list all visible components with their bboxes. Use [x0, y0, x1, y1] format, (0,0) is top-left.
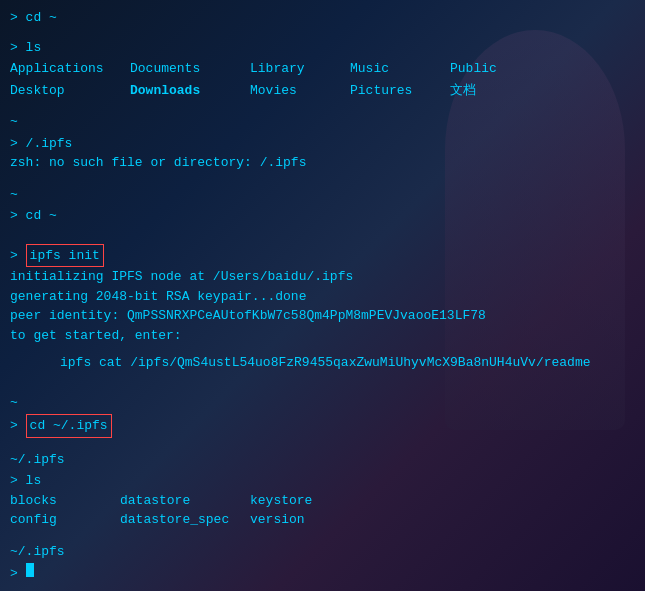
spacer	[10, 375, 635, 383]
dir-music: Music	[350, 59, 450, 79]
prompt: >	[10, 471, 26, 491]
section-cd-home: > cd ~	[10, 8, 635, 28]
section-ls: > ls Applications Documents Library Musi…	[10, 38, 635, 101]
prompt-final: >	[10, 564, 26, 584]
spacer	[10, 236, 635, 244]
tilde-ipfs-2: ~/.ipfs	[10, 542, 635, 562]
cmd-line: > cd ~	[10, 8, 635, 28]
ipfs-ls-row2: config datastore_spec version	[10, 510, 635, 530]
cmd-line-cd-ipfs: > cd ~/.ipfs	[10, 414, 635, 438]
cmd-line-ls: > ls	[10, 38, 635, 58]
section-cd-ipfs: > cd ~/.ipfs	[10, 414, 635, 438]
dir-datastore-spec: datastore_spec	[120, 510, 250, 530]
tilde-1: ~	[10, 112, 635, 132]
dir-movies: Movies	[250, 81, 350, 101]
dir-documents: Documents	[130, 59, 250, 79]
cmd-line-ipfs-init: > ipfs init	[10, 244, 635, 268]
section-ipfs-fail: > /.ipfs zsh: no such file or directory:…	[10, 134, 635, 173]
prompt: >	[10, 246, 26, 266]
output-no-such-file: zsh: no such file or directory: /.ipfs	[10, 153, 635, 173]
spacer	[10, 30, 635, 38]
dir-listing-row2: Desktop Downloads Movies Pictures 文档	[10, 81, 635, 101]
prompt: >	[10, 416, 26, 436]
tilde-3: ~	[10, 393, 635, 413]
spacer	[10, 532, 635, 540]
cmd-line-cd2: > cd ~	[10, 206, 635, 226]
cursor	[26, 563, 34, 577]
command-cd-home: cd ~	[26, 8, 57, 28]
command-cd-home2: cd ~	[26, 206, 57, 226]
prompt: >	[10, 8, 26, 28]
cmd-line-ls-ipfs: > ls	[10, 471, 635, 491]
prompt: >	[10, 206, 26, 226]
spacer	[10, 345, 635, 353]
command-ls: ls	[26, 38, 42, 58]
dir-config: config	[10, 510, 120, 530]
dir-downloads: Downloads	[130, 81, 250, 101]
spacer	[10, 175, 635, 183]
output-init-2: generating 2048-bit RSA keypair...done	[10, 287, 635, 307]
prompt: >	[10, 38, 26, 58]
dir-library: Library	[250, 59, 350, 79]
dir-desktop: Desktop	[10, 81, 130, 101]
spacer	[10, 102, 635, 110]
dir-public: Public	[450, 59, 530, 79]
dir-version: version	[250, 510, 350, 530]
command-ls-ipfs: ls	[26, 471, 42, 491]
tilde-ipfs-1: ~/.ipfs	[10, 450, 635, 470]
terminal[interactable]: > cd ~ > ls Applications Documents Libra…	[0, 0, 645, 591]
dir-keystore: keystore	[250, 491, 350, 511]
command-ipfs-init: ipfs init	[26, 244, 104, 268]
section-ls-ipfs: > ls blocks datastore keystore config da…	[10, 471, 635, 530]
section-ipfs-init: > ipfs init initializing IPFS node at /U…	[10, 244, 635, 373]
dir-blocks: blocks	[10, 491, 120, 511]
section-cd-home2: > cd ~	[10, 206, 635, 226]
command-ipfs-path: /.ipfs	[26, 134, 73, 154]
spacer	[10, 440, 635, 448]
dir-datastore: datastore	[120, 491, 250, 511]
spacer	[10, 228, 635, 236]
dir-applications: Applications	[10, 59, 130, 79]
command-cd-ipfs: cd ~/.ipfs	[26, 414, 112, 438]
final-prompt-line: >	[10, 563, 635, 584]
output-init-1: initializing IPFS node at /Users/baidu/.…	[10, 267, 635, 287]
dir-wendang: 文档	[450, 81, 530, 101]
dir-listing-row1: Applications Documents Library Music Pub…	[10, 59, 635, 79]
cmd-line-ipfs-fail: > /.ipfs	[10, 134, 635, 154]
ipfs-ls-row1: blocks datastore keystore	[10, 491, 635, 511]
output-ipfs-cat: ipfs cat /ipfs/QmS4ustL54uo8FzR9455qaxZw…	[10, 353, 635, 373]
output-init-3: peer identity: QmPSSNRXPCeAUtofKbW7c58Qm…	[10, 306, 635, 326]
tilde-2: ~	[10, 185, 635, 205]
output-init-4: to get started, enter:	[10, 326, 635, 346]
prompt: >	[10, 134, 26, 154]
dir-pictures: Pictures	[350, 81, 450, 101]
spacer	[10, 383, 635, 391]
